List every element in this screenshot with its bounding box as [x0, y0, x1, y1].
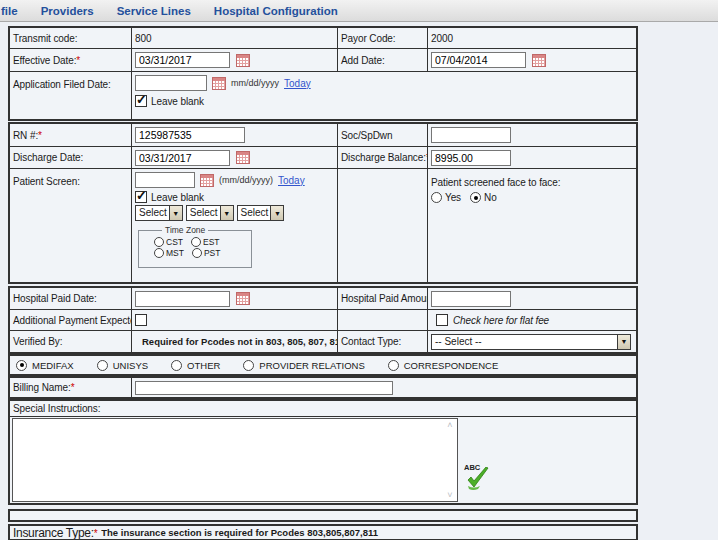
timezone-cst-label: CST [166, 237, 183, 247]
hospital-paid-amount-input[interactable] [431, 291, 511, 307]
hospital-paid-date-input[interactable] [135, 291, 230, 307]
hospital-paid-row: Hospital Paid Date: Hospital Paid Amount… [10, 288, 636, 310]
application-filed-date-row: Application Filed Date: mm/dd/yyyy Today… [10, 72, 636, 119]
patient-screen-select-2[interactable]: Select▼ [186, 205, 234, 221]
calendar-icon[interactable] [236, 292, 250, 305]
face-to-face-yes-radio[interactable] [431, 192, 442, 203]
insurance-type-note: The insurance section is required for Pc… [101, 527, 378, 538]
transmit-payor-row: Transmit code: 800 Payor Code: 2000 [10, 28, 636, 49]
menu-item-service-lines[interactable]: Service Lines [117, 5, 191, 17]
today-link[interactable]: Today [284, 78, 311, 89]
transmit-code-value: 800 [135, 33, 151, 44]
scroll-down-icon[interactable]: ˅ [447, 490, 452, 500]
payor-code-label: Payor Code: [341, 33, 396, 44]
leave-blank-checkbox[interactable]: ✓ [135, 95, 147, 107]
discharge-date-label: Discharge Date: [13, 152, 83, 163]
patient-screen-select-3[interactable]: Select▼ [237, 205, 285, 221]
dropdown-arrow-icon: ▼ [270, 206, 283, 220]
flat-fee-label: Check here for flat fee [453, 315, 549, 326]
special-instructions-section: Special Instructions: ˄ ˅ ABC [8, 399, 638, 505]
timezone-pst-radio[interactable] [192, 248, 202, 258]
menu-item-providers[interactable]: Providers [41, 5, 94, 17]
dropdown-arrow-icon: ▼ [169, 206, 182, 220]
verified-by-note: Required for Pcodes not in 803, 805, 807… [142, 336, 338, 347]
effective-date-input[interactable] [135, 52, 230, 68]
face-to-face-no-radio[interactable] [470, 192, 481, 203]
timezone-est-radio[interactable] [191, 237, 201, 247]
special-instructions-label: Special Instructions: [13, 403, 100, 414]
billing-name-label: Billing Name:* [13, 382, 74, 393]
calendar-icon[interactable] [236, 151, 250, 164]
patient-section: RN #:* Soc/SpDwn Discharge Date: Dischar… [8, 122, 638, 284]
soc-spdwn-input[interactable] [431, 127, 511, 143]
calendar-icon[interactable] [200, 174, 214, 187]
additional-payment-row: Additional Payment Expected: Check here … [10, 310, 636, 331]
source-medifax-radio[interactable] [16, 360, 27, 371]
additional-payment-checkbox[interactable] [135, 314, 147, 326]
patient-screen-date-input[interactable] [135, 172, 195, 188]
verified-by-row: Verified By: Required for Pcodes not in … [10, 331, 636, 352]
leave-blank-checkbox[interactable]: ✓ [135, 191, 147, 203]
dropdown-arrow-icon: ▼ [617, 335, 630, 349]
face-to-face-yes-label: Yes [445, 192, 461, 203]
discharge-date-input[interactable] [135, 150, 230, 166]
application-filed-date-input[interactable] [135, 75, 207, 91]
empty-cell [338, 169, 428, 282]
add-date-label: Add Date: [341, 55, 385, 66]
face-to-face-label: Patient screened face to face: [431, 177, 560, 188]
patient-screen-row: Patient Screen: (mm/dd/yyyy) Today ✓ Lea… [10, 169, 636, 282]
timezone-pst-label: PST [204, 248, 221, 258]
effective-add-date-row: Effective Date:* Add Date: [10, 49, 636, 72]
calendar-icon[interactable] [236, 54, 250, 67]
source-section: MEDIFAX UNISYS OTHER PROVIDER RELATIONS … [8, 354, 638, 376]
source-provider-relations-label: PROVIDER RELATIONS [259, 360, 364, 371]
transmit-code-label: Transmit code: [13, 33, 77, 44]
source-correspondence-label: CORRESPONDENCE [404, 360, 499, 371]
calendar-icon[interactable] [532, 54, 546, 67]
verified-by-label: Verified By: [13, 336, 62, 347]
flat-fee-checkbox[interactable] [436, 314, 448, 326]
special-instructions-textarea[interactable]: ˄ ˅ [12, 418, 458, 502]
source-unisys-radio[interactable] [97, 360, 108, 371]
additional-payment-label: Additional Payment Expected: [13, 315, 132, 326]
rn-number-input[interactable] [135, 127, 245, 143]
spellcheck-check-icon [466, 467, 490, 491]
menu-bar: file Providers Service Lines Hospital Co… [0, 0, 718, 22]
source-medifax-label: MEDIFAX [32, 360, 74, 371]
leave-blank-label: Leave blank [151, 96, 204, 107]
textarea-scrollbar[interactable]: ˄ ˅ [443, 419, 457, 501]
effective-date-label: Effective Date:* [13, 55, 80, 66]
source-other-label: OTHER [187, 360, 220, 371]
source-provider-relations-radio[interactable] [243, 360, 254, 371]
empty-cell [338, 310, 428, 330]
contact-type-select[interactable]: -- Select -- ▼ [431, 334, 631, 350]
timezone-est-label: EST [203, 237, 220, 247]
codes-dates-section: Transmit code: 800 Payor Code: 2000 Effe… [8, 26, 638, 121]
hospital-paid-date-label: Hospital Paid Date: [13, 293, 97, 304]
dropdown-arrow-icon: ▼ [220, 206, 233, 220]
menu-item-hospital-configuration[interactable]: Hospital Configuration [214, 5, 338, 17]
source-correspondence-radio[interactable] [388, 360, 399, 371]
calendar-icon[interactable] [212, 77, 226, 90]
billing-name-input[interactable] [135, 381, 393, 395]
empty-row-section [8, 509, 638, 522]
menu-item-file[interactable]: file [1, 5, 18, 17]
payor-code-value: 2000 [431, 33, 453, 44]
timezone-mst-radio[interactable] [154, 248, 164, 258]
soc-spdwn-label: Soc/SpDwn [341, 130, 392, 141]
payment-section: Hospital Paid Date: Hospital Paid Amount… [8, 286, 638, 354]
spellcheck-button[interactable]: ABC [462, 463, 492, 495]
timezone-cst-radio[interactable] [154, 237, 164, 247]
source-other-radio[interactable] [171, 360, 182, 371]
source-unisys-label: UNISYS [113, 360, 148, 371]
time-zone-legend: Time Zone [162, 225, 208, 235]
today-link[interactable]: Today [278, 175, 305, 186]
patient-screen-label: Patient Screen: [13, 176, 80, 187]
discharge-row: Discharge Date: Discharge Balance:* [10, 147, 636, 169]
timezone-mst-label: MST [166, 248, 184, 258]
add-date-input[interactable] [431, 52, 526, 68]
scroll-up-icon[interactable]: ˄ [447, 420, 452, 430]
discharge-balance-input[interactable] [431, 150, 511, 166]
leave-blank-label: Leave blank [151, 192, 204, 203]
patient-screen-select-1[interactable]: Select▼ [135, 205, 183, 221]
